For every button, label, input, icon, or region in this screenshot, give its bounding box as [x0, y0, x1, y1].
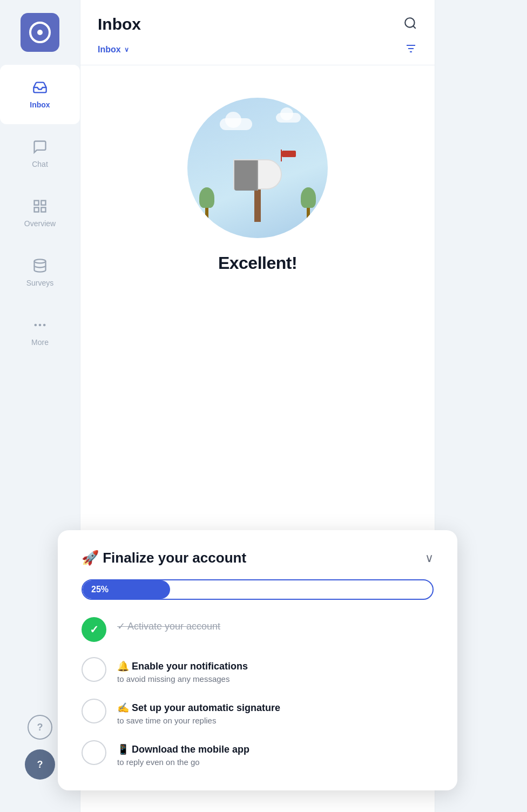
finalize-title: 🚀 Finalize your account: [82, 550, 246, 566]
progress-label: 25%: [91, 585, 109, 594]
checklist-subtitle-mobile: to reply even on the go: [117, 757, 249, 767]
search-icon[interactable]: [403, 16, 417, 32]
progress-bar-container: 25%: [82, 579, 434, 600]
cloud-right: [276, 113, 301, 123]
sidebar-item-chat[interactable]: Chat: [0, 124, 80, 184]
svg-point-4: [35, 259, 46, 263]
svg-rect-2: [35, 207, 39, 212]
inbox-dropdown[interactable]: Inbox ∨: [98, 45, 129, 55]
svg-rect-1: [41, 201, 45, 205]
mailbox-flag: [281, 150, 282, 161]
mailbox-door: [234, 160, 258, 191]
finalize-header: 🚀 Finalize your account ∨: [82, 550, 434, 566]
page-title: Inbox: [98, 15, 141, 33]
sidebar-surveys-label: Surveys: [26, 279, 54, 287]
logo-ring: [29, 22, 51, 43]
chevron-down-icon: ∨: [124, 46, 129, 53]
excellent-heading: Excellent!: [218, 253, 297, 273]
main-panel: Inbox Inbox ∨: [80, 0, 435, 812]
tree-left: [199, 187, 214, 219]
more-icon: [32, 317, 48, 335]
sidebar-item-inbox[interactable]: Inbox: [0, 65, 80, 124]
svg-point-5: [39, 324, 40, 326]
checklist-subtitle-notifications: to avoid missing any messages: [117, 674, 248, 684]
inbox-content: Excellent!: [80, 65, 435, 273]
app-logo[interactable]: [21, 13, 59, 52]
chat-icon: [32, 139, 48, 157]
sidebar-logo: [0, 0, 80, 65]
help-icon-filled[interactable]: ?: [25, 749, 55, 780]
svg-point-6: [44, 324, 45, 326]
sidebar-item-more[interactable]: More: [0, 302, 80, 362]
check-circle-mobile: [82, 740, 106, 765]
progress-fill: 25%: [83, 580, 170, 599]
surveys-icon: [32, 258, 48, 275]
dropdown-label: Inbox: [98, 45, 121, 55]
sidebar-more-label: More: [31, 338, 49, 347]
help-filled-label: ?: [37, 759, 43, 770]
sidebar-chat-label: Chat: [32, 160, 48, 168]
tree-right: [301, 187, 316, 219]
check-circle-activate: [82, 617, 106, 642]
check-circle-notifications: [82, 657, 106, 682]
title-row: Inbox: [98, 15, 417, 33]
checklist-text-notifications: 🔔 Enable your notifications to avoid mis…: [117, 657, 248, 684]
inbox-icon: [32, 80, 48, 97]
svg-point-7: [35, 324, 36, 326]
checklist-text-activate: ✓ Activate your account: [117, 617, 220, 632]
mailbox-group: [254, 184, 261, 222]
mailbox-illustration: [187, 98, 328, 238]
checklist-text-signature: ✍️ Set up your automatic signature to sa…: [117, 699, 280, 725]
main-header: Inbox Inbox ∨: [80, 0, 435, 65]
sidebar-inbox-label: Inbox: [30, 100, 50, 109]
svg-rect-0: [35, 201, 39, 205]
overview-icon: [32, 199, 48, 216]
checklist-title-activate: ✓ Activate your account: [117, 620, 220, 632]
sidebar-item-overview[interactable]: Overview: [0, 184, 80, 243]
check-circle-signature: [82, 699, 106, 723]
mailbox-body: [233, 159, 282, 190]
help-label: ?: [37, 722, 43, 733]
logo-dot: [37, 30, 43, 35]
checklist-text-mobile: 📱 Download the mobile app to reply even …: [117, 740, 249, 767]
sidebar-overview-label: Overview: [24, 219, 56, 228]
sidebar-bottom: ? ?: [25, 715, 55, 780]
checklist-item-notifications[interactable]: 🔔 Enable your notifications to avoid mis…: [82, 657, 434, 684]
filter-icon[interactable]: [404, 42, 417, 57]
svg-point-8: [405, 18, 414, 27]
finalize-card: 🚀 Finalize your account ∨ 25% ✓ Activate…: [58, 530, 457, 790]
checklist-item-activate[interactable]: ✓ Activate your account: [82, 617, 434, 642]
sidebar-item-surveys[interactable]: Surveys: [0, 243, 80, 302]
checklist-title-notifications: 🔔 Enable your notifications: [117, 660, 248, 672]
checklist: ✓ Activate your account 🔔 Enable your no…: [82, 617, 434, 767]
sidebar-navigation: Inbox Chat Overview: [0, 65, 80, 362]
help-icon-outline[interactable]: ?: [28, 715, 52, 740]
svg-line-9: [413, 26, 416, 29]
collapse-button[interactable]: ∨: [425, 551, 434, 565]
checklist-subtitle-signature: to save time on your replies: [117, 716, 280, 725]
svg-rect-3: [41, 207, 45, 212]
cloud-left: [220, 118, 252, 130]
subheader-row: Inbox ∨: [98, 42, 417, 65]
checklist-item-mobile[interactable]: 📱 Download the mobile app to reply even …: [82, 740, 434, 767]
checklist-title-mobile: 📱 Download the mobile app: [117, 743, 249, 755]
checklist-title-signature: ✍️ Set up your automatic signature: [117, 702, 280, 714]
checklist-item-signature[interactable]: ✍️ Set up your automatic signature to sa…: [82, 699, 434, 725]
